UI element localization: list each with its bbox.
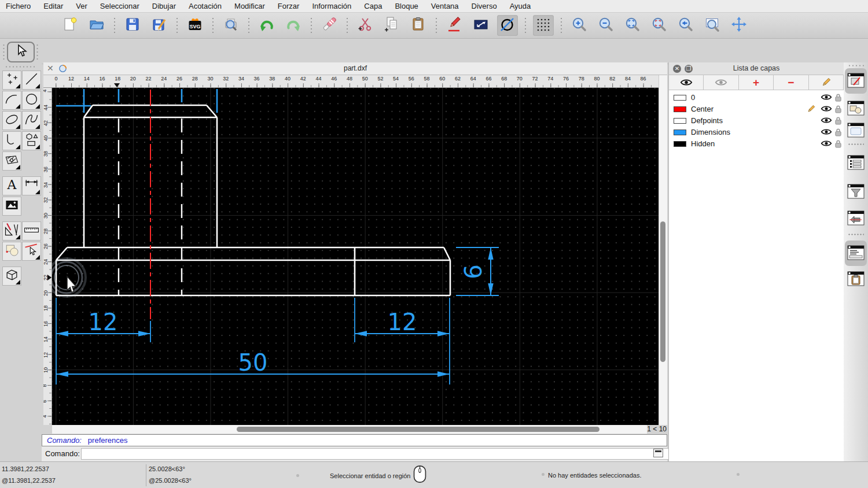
vertical-scrollbar-thumb[interactable] [660,221,665,362]
layer-color-swatch[interactable] [674,95,686,101]
dock-filter-button[interactable] [847,184,865,199]
copy-button[interactable] [381,15,402,36]
layer-color-swatch[interactable] [674,106,686,112]
open-document-button[interactable] [86,15,107,36]
tool-solid[interactable] [2,267,21,286]
undo-button[interactable] [256,15,277,36]
layer-name[interactable]: Dimensions [691,128,730,136]
layer-color-swatch[interactable] [674,118,686,124]
layer-row-center[interactable]: Center [669,103,844,115]
zoom-previous-button[interactable] [649,15,670,36]
menu-bloque[interactable]: Bloque [395,2,418,10]
layer-name[interactable]: Center [691,105,713,113]
new-document-button[interactable] [60,15,80,36]
horizontal-scrollbar-thumb[interactable] [237,427,599,432]
layer-edit-pencil-icon[interactable] [807,105,815,116]
layer-lock-icon[interactable] [834,139,842,150]
tool-polyline[interactable] [2,131,21,150]
grid-toggle-button[interactable] [533,15,554,36]
menu-diverso[interactable]: Diverso [472,2,497,10]
layer-name[interactable]: Hidden [691,139,715,148]
layer-lock-icon[interactable] [834,128,842,139]
tool-polygon[interactable] [22,131,41,150]
layer-row-0[interactable]: 0 [669,92,844,103]
tool-measure[interactable] [22,221,41,241]
layer-color-swatch[interactable] [674,130,686,135]
select-tool-button[interactable] [7,42,35,62]
dock-layer-list-button[interactable] [847,73,865,88]
order-button[interactable] [470,15,491,36]
layer-name[interactable]: 0 [691,93,695,102]
layer-lock-icon[interactable] [834,93,842,104]
layer-row-hidden[interactable]: Hidden [669,138,844,150]
menu-modificar[interactable]: Modificar [234,2,265,10]
layer-visibility-icon[interactable] [821,105,832,115]
zoom-in-button[interactable] [569,15,590,36]
edit-attributes-button[interactable] [444,15,465,36]
layer-row-dimensions[interactable]: Dimensions [669,127,844,138]
menu-ayuda[interactable]: Ayuda [510,2,531,10]
toolbar-handle[interactable] [36,43,38,60]
hide-all-layers-button[interactable] [704,75,738,90]
zoom-out-button[interactable] [595,15,616,36]
tool-dimension[interactable] [22,176,41,195]
dock-entity-list-button[interactable] [847,155,865,170]
menu-acotacion[interactable]: Acotación [189,2,222,10]
command-input[interactable] [81,448,689,460]
tool-circle[interactable] [22,91,41,110]
menu-fichero[interactable]: Fichero [6,2,31,10]
save-as-button[interactable] [149,15,170,36]
menu-editar[interactable]: Editar [43,2,63,10]
redo-button[interactable] [283,15,304,36]
tool-select-entity[interactable] [22,242,41,261]
tool-ellipse[interactable] [2,111,21,130]
dock-command-widget-button[interactable] [847,245,865,260]
menu-informacion[interactable]: Información [312,2,351,10]
tool-image[interactable] [2,197,21,216]
menu-dibujar[interactable]: Dibujar [152,2,176,10]
layer-visibility-icon[interactable] [821,139,832,150]
dock-handle[interactable] [848,65,864,66]
drawing-canvas[interactable]: 12 12 50 6 [52,88,659,425]
dimension-lines[interactable] [56,247,491,374]
paste-button[interactable] [408,15,429,36]
print-preview-button[interactable] [220,15,241,36]
zoom-redraw-button[interactable] [675,15,696,36]
show-all-layers-button[interactable] [669,75,704,90]
edit-layer-button[interactable] [809,75,844,90]
layer-visibility-icon[interactable] [821,116,832,127]
layer-lock-icon[interactable] [834,116,842,127]
layer-lock-icon[interactable] [834,105,842,116]
layer-visibility-icon[interactable] [821,93,832,103]
layer-visibility-icon[interactable] [821,128,832,138]
zoom-window-button[interactable] [702,15,723,36]
layer-color-swatch[interactable] [674,141,686,147]
palette-handle[interactable] [5,66,37,68]
menu-capa[interactable]: Capa [364,2,382,10]
zoom-auto-button[interactable] [622,15,643,36]
menu-ventana[interactable]: Ventana [431,2,459,10]
menu-ver[interactable]: Ver [76,2,87,10]
export-svg-button[interactable]: SVG [185,15,205,36]
vertical-scrollbar[interactable] [659,75,667,425]
dock-block-list-button[interactable] [847,101,865,116]
add-layer-button[interactable]: + [739,75,774,90]
entity-info-button[interactable] [497,15,518,36]
cut-button[interactable] [355,15,376,36]
part-outline[interactable] [56,105,450,295]
command-options-button[interactable] [653,449,663,457]
save-button[interactable] [122,15,143,36]
layer-row-defpoints[interactable]: Defpoints [669,115,844,127]
tool-text[interactable]: A [2,176,21,195]
horizontal-scrollbar[interactable] [52,425,647,434]
menu-forzar[interactable]: Forzar [278,2,300,10]
menu-seleccionar[interactable]: Seleccionar [100,2,139,10]
tool-line[interactable] [22,71,41,90]
dock-clipboard-button[interactable] [847,271,865,286]
tool-hatch[interactable] [2,151,21,171]
tool-overlay[interactable] [2,242,21,261]
tool-draft[interactable] [2,221,21,241]
tool-spline[interactable] [22,111,41,130]
tool-arc[interactable] [2,91,21,110]
remove-layer-button[interactable]: − [774,75,808,90]
